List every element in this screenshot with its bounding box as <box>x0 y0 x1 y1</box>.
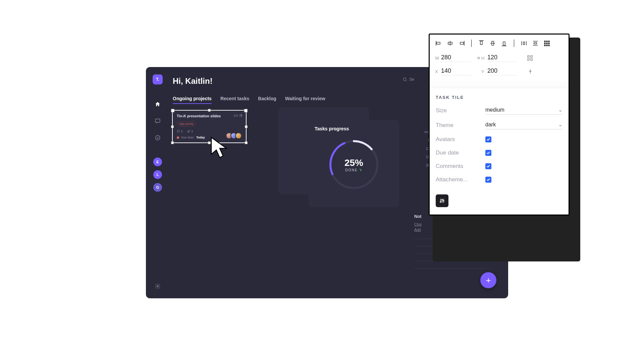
svg-point-29 <box>440 201 441 202</box>
task-title: Tin-K presentation slides <box>177 114 242 118</box>
tidy-grid-icon[interactable] <box>542 39 551 47</box>
svg-rect-20 <box>546 43 547 44</box>
task-assignees <box>228 132 242 139</box>
y-input[interactable]: 200 <box>487 67 518 75</box>
svg-point-31 <box>443 200 444 201</box>
align-left-icon[interactable] <box>434 39 443 47</box>
tab-waiting-review[interactable]: Waiting for review <box>285 96 325 104</box>
svg-rect-27 <box>528 59 529 60</box>
tab-recent-tasks[interactable]: Recent tasks <box>220 96 249 104</box>
calendar-day[interactable]: 12 <box>410 146 430 150</box>
x-label: X <box>435 69 441 74</box>
settings-icon[interactable] <box>154 283 161 290</box>
add-button[interactable]: + <box>480 272 496 288</box>
prop-label: Attacheme... <box>436 176 468 183</box>
align-vcenter-icon[interactable] <box>488 39 497 47</box>
task-progress-indicator: 1/3 <box>233 114 243 117</box>
inspector-panel: W 280 H 120 X 140 Y 200 TASK TILE Size m… <box>429 34 570 216</box>
prop-attachments: Attacheme... <box>430 173 569 186</box>
assignee-avatar[interactable] <box>235 132 242 139</box>
progress-title: Tasks progress <box>315 126 393 131</box>
note-blank <box>414 264 491 268</box>
prop-label: Due date <box>436 149 459 156</box>
calendar-month-header: MO <box>410 130 430 134</box>
svg-rect-25 <box>528 56 529 57</box>
task-tile[interactable]: Tin-K presentation slides 1/3 High prior… <box>173 111 246 142</box>
prop-theme: Theme dark ⌄ <box>430 118 569 133</box>
svg-rect-19 <box>544 43 545 44</box>
y-label: Y <box>481 69 487 74</box>
priority-badge: High priority <box>177 121 196 126</box>
svg-rect-22 <box>544 45 545 46</box>
prop-avatars: Avatars <box>430 133 569 146</box>
workspace-avatar-l[interactable]: L <box>153 170 162 179</box>
progress-done-label: DONE <box>345 168 363 172</box>
layout-grid-icon[interactable] <box>518 55 533 61</box>
attachment-icon <box>187 130 190 133</box>
task-comments-count: 5 <box>177 130 183 133</box>
svg-rect-8 <box>437 42 440 44</box>
tab-backlog[interactable]: Backlog <box>258 96 276 104</box>
align-top-icon[interactable] <box>477 39 486 47</box>
link-wh-icon[interactable] <box>471 55 481 61</box>
search-placeholder: Se <box>409 77 414 82</box>
svg-rect-16 <box>544 41 545 42</box>
home-icon[interactable] <box>154 101 161 108</box>
progress-pie-icon <box>239 114 243 117</box>
distribute-v-icon[interactable] <box>531 39 540 47</box>
distribute-h-icon[interactable] <box>520 39 528 47</box>
duedate-checkbox[interactable] <box>485 150 491 156</box>
svg-point-3 <box>404 78 406 80</box>
align-bottom-icon[interactable] <box>500 39 508 47</box>
theme-select[interactable]: dark ⌄ <box>485 121 562 129</box>
search[interactable]: Se <box>402 77 414 82</box>
pin-icon[interactable] <box>518 69 533 74</box>
height-input[interactable]: 120 <box>487 54 518 62</box>
check-icon <box>359 168 362 172</box>
comments-checkbox[interactable] <box>485 163 491 169</box>
svg-point-1 <box>155 135 160 140</box>
comment-icon <box>177 130 180 133</box>
attachments-checkbox[interactable] <box>485 177 491 183</box>
size-select[interactable]: medium ⌄ <box>485 107 562 115</box>
avatars-checkbox[interactable] <box>485 136 491 142</box>
workspace-avatar-g[interactable]: G <box>153 183 162 192</box>
calendar-day[interactable]: 26 <box>410 163 430 167</box>
prop-comments: Comments <box>430 160 569 173</box>
svg-rect-17 <box>546 41 547 42</box>
svg-rect-13 <box>503 42 505 45</box>
svg-point-2 <box>157 286 159 287</box>
tab-ongoing-projects[interactable]: Ongoing projects <box>173 96 212 104</box>
svg-rect-24 <box>548 45 549 46</box>
prop-label: Size <box>436 107 447 114</box>
svg-rect-14 <box>523 42 525 45</box>
workspace-avatar-e[interactable]: E <box>153 158 162 166</box>
x-input[interactable]: 140 <box>441 67 471 75</box>
color-row-placeholder <box>430 78 569 88</box>
svg-rect-11 <box>480 41 482 45</box>
component-settings-button[interactable] <box>436 194 448 207</box>
tasks-progress-card: Tasks progress 25% DONE <box>309 120 399 207</box>
chat-icon[interactable] <box>154 117 161 125</box>
alignment-toolbar <box>430 35 569 53</box>
svg-rect-28 <box>531 59 532 60</box>
svg-point-30 <box>442 199 443 200</box>
prop-label: Comments <box>436 163 463 170</box>
prop-label: Theme <box>436 122 453 129</box>
align-hcenter-icon[interactable] <box>446 39 454 47</box>
calendar-day[interactable]: 19 <box>410 155 430 159</box>
progress-percent: 25% <box>344 158 363 168</box>
sidebar-avatar-stack: E L G <box>153 158 162 192</box>
svg-rect-23 <box>546 45 547 46</box>
app-logo[interactable]: T. <box>153 74 163 84</box>
search-icon <box>402 77 407 82</box>
sidebar: T. E L G <box>146 67 169 298</box>
calendar-prev-icon[interactable]: ‹ <box>410 121 430 126</box>
prop-due-date: Due date <box>430 146 569 160</box>
check-circle-icon[interactable] <box>154 134 161 141</box>
task-attachments-count: 3 <box>187 130 193 133</box>
calendar-day[interactable]: 5 <box>410 138 430 142</box>
width-input[interactable]: 280 <box>441 54 471 62</box>
svg-rect-0 <box>155 119 160 122</box>
align-right-icon[interactable] <box>457 39 466 47</box>
